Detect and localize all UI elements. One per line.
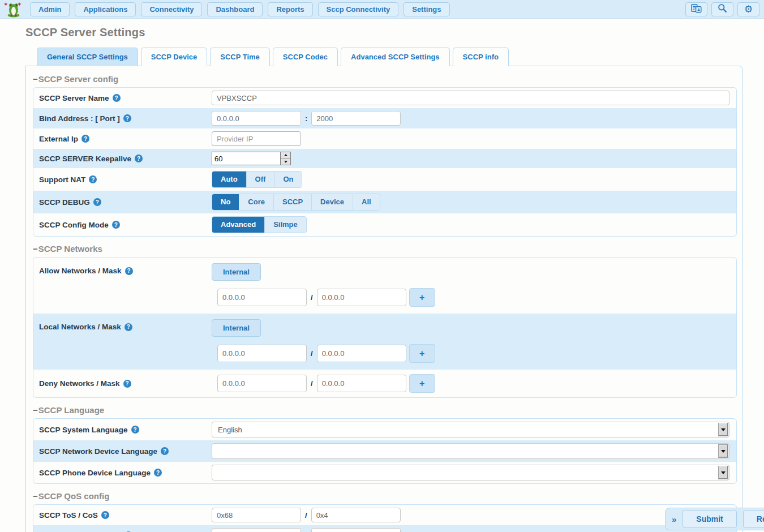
nav-item-settings[interactable]: Settings <box>404 2 449 16</box>
help-icon[interactable]: ? <box>93 198 101 206</box>
help-icon[interactable]: ? <box>135 155 143 162</box>
collapse-dash-icon[interactable]: − <box>33 405 38 415</box>
deny-network-input[interactable] <box>217 375 307 392</box>
collapse-chevron-icon[interactable]: » <box>672 514 676 524</box>
tab-advanced-sccp-settings[interactable]: Advanced SCCP Settings <box>341 48 450 66</box>
nav-icon-group: A ⚙ <box>685 2 759 16</box>
allow-internal-button[interactable]: Internal <box>212 263 261 281</box>
nav-item-admin[interactable]: Admin <box>30 2 70 16</box>
allow-add-button[interactable]: + <box>409 288 435 307</box>
field-label: SCCP Config Mode ? <box>39 221 212 229</box>
help-icon[interactable]: ? <box>101 511 109 519</box>
allow-network-input[interactable] <box>217 289 307 306</box>
help-icon[interactable]: ? <box>161 447 169 455</box>
keepalive-input[interactable] <box>212 152 280 165</box>
search-button[interactable] <box>711 2 733 16</box>
debug-option-device[interactable]: Device <box>312 194 353 210</box>
help-icon[interactable]: ? <box>123 114 131 122</box>
local-add-button[interactable]: + <box>409 344 435 363</box>
config-mode-silmpe[interactable]: Silmpe <box>265 217 306 233</box>
audio-tos-input[interactable] <box>212 528 301 532</box>
field-label: SCCP Phone Device Language ? <box>39 469 212 477</box>
nat-option-off[interactable]: Off <box>247 171 275 187</box>
row-allow-networks: Allow Networks / Mask ? Internal / + <box>33 258 736 314</box>
dropdown-arrow-button[interactable] <box>718 466 728 479</box>
label-text: External Ip <box>39 135 78 143</box>
tab-sccp-codec[interactable]: SCCP Codec <box>273 48 338 66</box>
help-icon[interactable]: ? <box>131 426 139 434</box>
section-title-language: −SCCP Language <box>33 405 734 415</box>
nav-item-sccp-connectivity[interactable]: Sccp Connectivity <box>318 2 399 16</box>
language-button[interactable]: A <box>685 2 707 16</box>
help-icon[interactable]: ? <box>125 267 133 275</box>
label-text: SCCP SERVER Keepalive <box>39 155 131 163</box>
triangle-down-icon <box>284 161 287 163</box>
debug-option-sccp[interactable]: SCCP <box>274 194 312 210</box>
debug-option-core[interactable]: Core <box>239 194 274 210</box>
nav-item-applications[interactable]: Applications <box>75 2 136 16</box>
nat-option-auto[interactable]: Auto <box>212 171 247 187</box>
network-device-language-select[interactable] <box>212 443 729 459</box>
row-server-name: SCCP Server Name ? <box>33 88 736 108</box>
nav-item-reports[interactable]: Reports <box>268 2 312 16</box>
dropdown-arrow-button[interactable] <box>718 423 728 436</box>
label-text: Local Networks / Mask <box>39 323 121 331</box>
deny-add-button[interactable]: + <box>409 374 435 393</box>
nav-item-dashboard[interactable]: Dashboard <box>207 2 263 16</box>
collapse-dash-icon[interactable]: − <box>33 244 38 254</box>
tab-content: −SCCP Server config SCCP Server Name ? B… <box>25 66 742 532</box>
collapse-dash-icon[interactable]: − <box>33 74 38 84</box>
debug-option-no[interactable]: No <box>212 194 239 210</box>
help-icon[interactable]: ? <box>113 94 121 102</box>
spinner-up-button[interactable] <box>281 152 290 159</box>
help-icon[interactable]: ? <box>125 323 132 331</box>
server-name-input[interactable] <box>212 91 729 105</box>
label-text: Deny Networks / Mask <box>39 379 120 388</box>
phone-device-language-select[interactable] <box>212 465 729 480</box>
local-internal-button[interactable]: Internal <box>212 319 261 337</box>
system-language-select[interactable]: English <box>212 422 729 437</box>
triangle-down-icon <box>721 471 726 474</box>
tab-sccp-info[interactable]: SCCP info <box>453 48 509 66</box>
external-ip-input[interactable] <box>212 131 301 146</box>
tab-sccp-device[interactable]: SCCP Device <box>141 48 207 66</box>
label-text: Bind Address : [ Port ] <box>39 114 120 123</box>
spinner-down-button[interactable] <box>281 159 290 165</box>
help-icon[interactable]: ? <box>89 175 97 183</box>
config-mode-group: Advanced Silmpe <box>212 216 307 233</box>
tab-sccp-time[interactable]: SCCP Time <box>210 48 270 66</box>
audio-cos-input[interactable] <box>311 528 401 532</box>
allow-mask-input[interactable] <box>317 289 406 306</box>
nat-option-on[interactable]: On <box>274 171 302 187</box>
submit-button[interactable]: Submit <box>683 510 736 528</box>
label-text: SCCP Network Device Language <box>39 447 157 456</box>
row-bind-address: Bind Address : [ Port ] ? : <box>33 108 736 128</box>
deny-mask-input[interactable] <box>317 375 406 392</box>
settings-gear-button[interactable]: ⚙ <box>737 2 759 16</box>
help-icon[interactable]: ? <box>81 135 89 143</box>
debug-option-all[interactable]: All <box>353 194 380 210</box>
field-label: SCCP Server Name ? <box>39 94 212 102</box>
dropdown-arrow-button[interactable] <box>718 444 728 458</box>
label-text: SCCP Phone Device Language <box>39 469 151 477</box>
collapse-dash-icon[interactable]: − <box>33 491 38 501</box>
row-audio-tos: SCCP Audio ToS / CoS ? / <box>33 525 736 532</box>
nav-item-connectivity[interactable]: Connectivity <box>141 2 202 16</box>
help-icon[interactable]: ? <box>112 221 120 229</box>
tab-general-sccp-settings[interactable]: General SCCP Settings <box>37 48 138 66</box>
sccp-tos-input[interactable] <box>212 508 301 522</box>
bind-address-input[interactable] <box>212 111 301 126</box>
config-mode-advanced[interactable]: Advanced <box>212 217 265 233</box>
local-network-input[interactable] <box>217 345 307 362</box>
local-mask-input[interactable] <box>317 345 406 362</box>
form-action-bar: » Submit Reset <box>665 508 764 530</box>
help-icon[interactable]: ? <box>123 380 131 388</box>
label-text: SCCP DEBUG <box>39 198 90 207</box>
reset-button[interactable]: Reset <box>743 510 764 528</box>
svg-text:A: A <box>697 7 701 12</box>
row-keepalive: SCCP SERVER Keepalive ? <box>33 149 736 168</box>
sccp-cos-input[interactable] <box>311 508 401 522</box>
panel-server-config: SCCP Server Name ? Bind Address : [ Port… <box>33 87 737 237</box>
help-icon[interactable]: ? <box>154 469 162 477</box>
bind-port-input[interactable] <box>311 111 401 126</box>
